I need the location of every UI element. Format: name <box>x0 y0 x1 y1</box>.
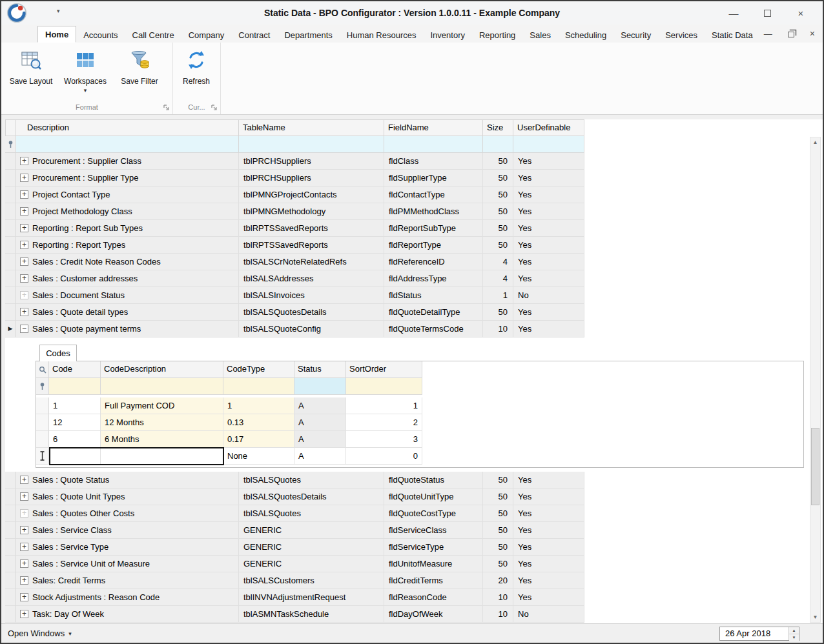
table-row[interactable]: +Sales : Service ClassGENERICfldServiceC… <box>5 522 823 539</box>
codes-row[interactable]: 1212 Months0.13A2 <box>36 414 803 431</box>
filter-userdefinable-input[interactable] <box>513 136 584 153</box>
sortorder-cell[interactable]: 0 <box>346 448 422 465</box>
codes-filter-codetype-input[interactable] <box>223 378 294 395</box>
save-layout-button[interactable]: Save Layout <box>4 46 58 86</box>
scroll-thumb[interactable] <box>811 428 819 505</box>
workspaces-button[interactable]: Workspaces ▾ <box>58 46 112 94</box>
header-fieldname[interactable]: FieldName <box>384 119 483 136</box>
expand-row-icon[interactable]: + <box>20 207 28 216</box>
header-tablename[interactable]: TableName <box>239 119 384 136</box>
table-row[interactable]: +Sales : Document StatustblSALSInvoicesf… <box>5 287 823 304</box>
table-row[interactable]: +Reporting : Report Sub TypestblRPTSSave… <box>5 220 823 237</box>
date-field[interactable]: 26 Apr 2018 ▲ ▼ <box>719 627 799 641</box>
expand-row-icon[interactable]: + <box>20 241 28 249</box>
expand-row-icon[interactable]: + <box>20 274 28 283</box>
sortorder-cell[interactable]: 3 <box>346 431 422 448</box>
codes-header-codedescription[interactable]: CodeDescription <box>101 361 223 378</box>
code-cell[interactable]: 12 <box>49 414 101 431</box>
tab-reporting[interactable]: Reporting <box>472 27 522 43</box>
refresh-button[interactable]: Refresh <box>176 46 217 86</box>
status-cell[interactable]: A <box>294 448 346 465</box>
date-spin-up-button[interactable]: ▲ <box>789 627 799 634</box>
table-row[interactable]: +Sales : Service Unit of MeasureGENERICf… <box>5 556 823 572</box>
codedescription-cell[interactable]: Full Payment COD <box>101 397 223 414</box>
collapse-row-icon[interactable]: − <box>20 325 28 333</box>
codedescription-cell[interactable]: 12 Months <box>101 414 223 431</box>
codes-header-sortorder[interactable]: SortOrder <box>346 361 422 378</box>
table-row[interactable]: +Sales : Quote detail typestblSALSQuotes… <box>5 304 823 321</box>
status-cell[interactable]: A <box>294 397 346 414</box>
save-filter-button[interactable]: Save Filter <box>112 46 167 86</box>
codetype-cell[interactable]: None <box>223 448 294 465</box>
expand-row-icon[interactable]: + <box>20 174 28 182</box>
table-row[interactable]: +Sales : Quote Unit TypestblSALSQuotesDe… <box>5 488 823 505</box>
expand-row-icon[interactable]: + <box>20 257 28 266</box>
table-row[interactable]: +Sales : Service TypeGENERICfldServiceTy… <box>5 539 823 556</box>
date-spin-down-button[interactable]: ▼ <box>789 634 799 641</box>
codes-header-codetype[interactable]: CodeType <box>223 361 294 378</box>
sortorder-cell[interactable]: 2 <box>346 414 422 431</box>
mdi-restore-button[interactable] <box>788 32 794 37</box>
table-row[interactable]: +Procurement : Supplier TypetblPRCHSuppl… <box>5 170 823 186</box>
code-cell[interactable] <box>49 448 101 465</box>
table-row[interactable]: +Stock Adjustments : Reason CodetblINVNA… <box>5 589 823 606</box>
codedescription-cell[interactable] <box>101 448 223 465</box>
sortorder-cell[interactable]: 1 <box>346 397 422 414</box>
codes-filter-status-input[interactable] <box>294 378 346 395</box>
codes-filter-codedescription-input[interactable] <box>101 378 223 395</box>
minimize-button[interactable]: — <box>717 8 750 19</box>
codetype-cell[interactable]: 0.13 <box>223 414 294 431</box>
expand-row-icon[interactable]: + <box>20 291 28 299</box>
expand-row-icon[interactable]: + <box>20 476 28 484</box>
tab-services[interactable]: Services <box>658 27 705 43</box>
expand-row-icon[interactable]: + <box>20 509 28 518</box>
codes-row[interactable]: 66 Months0.17A3 <box>36 431 803 448</box>
open-windows-button[interactable]: Open Windows ▾ <box>8 629 72 638</box>
code-cell[interactable]: 6 <box>49 431 101 448</box>
expand-row-icon[interactable]: + <box>20 190 28 199</box>
codedescription-cell[interactable]: 6 Months <box>101 431 223 448</box>
mdi-minimize-button[interactable]: — <box>764 29 772 39</box>
table-row[interactable]: +Sales : Credit Note Reason CodestblSALS… <box>5 254 823 270</box>
table-row[interactable]: +Reporting : Report TypestblRPTSSavedRep… <box>5 237 823 254</box>
table-row[interactable]: +Procurement : Supplier ClasstblPRCHSupp… <box>5 153 823 170</box>
table-row[interactable]: +Project Methodology ClasstblPMNGMethodo… <box>5 203 823 220</box>
table-row[interactable]: +Sales : Customer addressestblSALSAddres… <box>5 270 823 287</box>
codes-header-status[interactable]: Status <box>294 361 346 378</box>
codes-filter-sortorder-input[interactable] <box>346 378 422 395</box>
header-userdefinable[interactable]: UserDefinable <box>513 119 584 136</box>
expand-row-icon[interactable]: + <box>20 543 28 551</box>
filter-description-input[interactable] <box>16 136 239 153</box>
tab-scheduling[interactable]: Scheduling <box>558 27 613 43</box>
tab-home[interactable]: Home <box>37 26 76 43</box>
codetype-cell[interactable]: 1 <box>223 397 294 414</box>
format-dialog-launcher-icon[interactable] <box>163 105 170 112</box>
scroll-down-icon[interactable]: ▼ <box>810 612 820 622</box>
code-cell[interactable]: 1 <box>49 397 101 414</box>
expand-row-icon[interactable]: + <box>20 576 28 585</box>
maximize-button[interactable] <box>750 8 784 19</box>
table-row[interactable]: +Sales : Quote StatustblSALSQuotesfldQuo… <box>5 472 823 488</box>
tab-company[interactable]: Company <box>181 27 232 43</box>
expand-row-icon[interactable]: + <box>20 559 28 568</box>
tab-contract[interactable]: Contract <box>231 27 277 43</box>
tab-static-data[interactable]: Static Data <box>705 27 760 43</box>
tab-security[interactable]: Security <box>613 27 658 43</box>
current-dialog-launcher-icon[interactable] <box>211 105 218 112</box>
codes-header-code[interactable]: Code <box>49 361 101 378</box>
status-cell[interactable]: A <box>294 431 346 448</box>
table-row[interactable]: +Sales: Credit TermstblSALSCustomersfldC… <box>5 572 823 589</box>
tab-sales[interactable]: Sales <box>522 27 558 43</box>
header-size[interactable]: Size <box>483 119 513 136</box>
close-button[interactable]: × <box>784 8 818 19</box>
filter-size-input[interactable] <box>483 136 513 153</box>
filter-fieldname-input[interactable] <box>384 136 483 153</box>
table-row[interactable]: +Sales : Quotes Other CoststblSALSQuotes… <box>5 505 823 522</box>
tab-human-resources[interactable]: Human Resources <box>340 27 424 43</box>
expand-row-icon[interactable]: + <box>20 526 28 534</box>
filter-tablename-input[interactable] <box>239 136 384 153</box>
table-row[interactable]: ▶−Sales : Quote payment termstblSALSQuot… <box>5 321 823 337</box>
codes-filter-code-input[interactable] <box>49 378 101 395</box>
scroll-up-icon[interactable]: ▲ <box>810 137 820 147</box>
header-description[interactable]: Description <box>16 119 239 136</box>
